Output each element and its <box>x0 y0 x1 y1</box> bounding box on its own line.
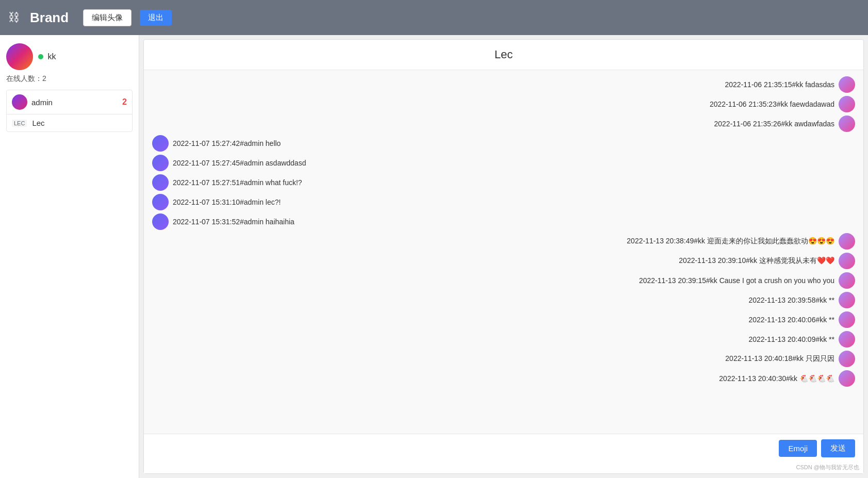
current-username: kk <box>47 52 56 61</box>
message-text: 2022-11-06 21:35:15#kk fadasdas <box>725 80 835 89</box>
message-row: 2022-11-07 15:27:42#admin hello <box>152 135 855 152</box>
message-text: 2022-11-13 20:40:09#kk ** <box>748 335 834 343</box>
message-text: 2022-11-07 15:27:45#admin asdawddasd <box>173 159 306 167</box>
user-info: kk <box>6 43 133 70</box>
message-row: 2022-11-07 15:31:10#admin lec?! <box>152 194 855 210</box>
message-avatar <box>839 272 855 289</box>
watermark: CSDN @物与我皆无尽也 <box>144 463 863 473</box>
message-text: 2022-11-13 20:39:10#kk 这种感觉我从未有❤️❤️ <box>679 256 834 266</box>
message-text: 2022-11-13 20:39:15#kk Cause I got a cru… <box>639 276 834 285</box>
room-name-admin: admin <box>31 98 118 107</box>
message-row: 2022-11-13 20:40:18#kk 只因只因 <box>152 351 855 367</box>
avatar <box>6 43 33 70</box>
message-row: 2022-11-13 20:40:30#kk 🐔🐔🐔🐔 <box>152 370 855 387</box>
room-item-admin[interactable]: admin 2 <box>7 90 132 114</box>
message-text: 2022-11-06 21:35:26#kk awdawfadas <box>714 120 834 128</box>
message-avatar <box>839 116 855 132</box>
message-row: 2022-11-07 15:27:45#admin asdawddasd <box>152 155 855 171</box>
message-text: 2022-11-13 20:40:06#kk ** <box>748 316 834 324</box>
message-text: 2022-11-07 15:31:10#admin lec?! <box>173 198 281 206</box>
app-header: ⛓ Brand 编辑头像 退出 <box>0 0 868 35</box>
message-avatar <box>152 174 169 191</box>
message-avatar <box>152 135 169 152</box>
message-row: 2022-11-06 21:35:15#kk fadasdas <box>152 76 855 93</box>
message-avatar <box>152 213 169 230</box>
lec-room-name: Lec <box>32 119 44 127</box>
message-avatar <box>839 311 855 328</box>
message-row: 2022-11-13 20:39:10#kk 这种感觉我从未有❤️❤️ <box>152 253 855 269</box>
brand-name: Brand <box>30 10 69 26</box>
exit-button[interactable]: 退出 <box>140 10 172 26</box>
chat-room-title: Lec <box>144 40 863 70</box>
room-badge-admin: 2 <box>122 97 127 107</box>
emoji-button[interactable]: Emoji <box>779 440 817 457</box>
message-avatar <box>839 233 855 250</box>
brand-icon: ⛓ <box>8 11 20 24</box>
send-button[interactable]: 发送 <box>821 439 855 457</box>
online-dot <box>38 54 43 59</box>
sidebar: kk 在线人数：2 admin 2 LEC Lec <box>0 35 139 478</box>
message-text: 2022-11-06 21:35:23#kk faewdadawad <box>710 100 834 108</box>
room-avatar-admin <box>12 94 27 110</box>
lec-tag: LEC <box>12 120 27 127</box>
message-row: 2022-11-13 20:40:06#kk ** <box>152 311 855 328</box>
message-avatar <box>839 351 855 367</box>
message-row: 2022-11-07 15:27:51#admin what fuck!? <box>152 174 855 191</box>
message-text: 2022-11-07 15:27:51#admin what fuck!? <box>173 178 302 187</box>
online-count: 在线人数：2 <box>6 74 133 84</box>
message-avatar <box>152 155 169 171</box>
message-row: 2022-11-13 20:39:58#kk ** <box>152 292 855 308</box>
online-indicator: kk <box>38 52 56 61</box>
message-text: 2022-11-13 20:40:18#kk 只因只因 <box>725 354 834 364</box>
message-text: 2022-11-13 20:38:49#kk 迎面走来的你让我如此蠢蠢欲动😍😍😍 <box>627 237 834 246</box>
message-row: 2022-11-06 21:35:23#kk faewdadawad <box>152 96 855 112</box>
message-row: 2022-11-13 20:40:09#kk ** <box>152 331 855 348</box>
message-avatar <box>839 76 855 93</box>
message-text: 2022-11-13 20:39:58#kk ** <box>748 296 834 304</box>
message-avatar <box>839 96 855 112</box>
main-layout: kk 在线人数：2 admin 2 LEC Lec Lec 2022-11-06… <box>0 35 868 478</box>
message-row: 2022-11-06 21:35:26#kk awdawfadas <box>152 116 855 132</box>
message-row: 2022-11-13 20:39:15#kk Cause I got a cru… <box>152 272 855 289</box>
room-list: admin 2 LEC Lec <box>6 90 133 132</box>
message-row: 2022-11-13 20:38:49#kk 迎面走来的你让我如此蠢蠢欲动😍😍😍 <box>152 233 855 250</box>
message-row: 2022-11-07 15:31:52#admin haihaihia <box>152 213 855 230</box>
message-text: 2022-11-07 15:31:52#admin haihaihia <box>173 218 294 226</box>
chat-messages[interactable]: 2022-11-06 21:35:15#kk fadasdas2022-11-0… <box>144 70 863 434</box>
message-avatar <box>152 194 169 210</box>
message-text: 2022-11-07 15:27:42#admin hello <box>173 139 281 147</box>
message-avatar <box>839 292 855 308</box>
edit-avatar-button[interactable]: 编辑头像 <box>83 9 132 26</box>
message-text: 2022-11-13 20:40:30#kk 🐔🐔🐔🐔 <box>719 374 834 383</box>
message-avatar <box>839 331 855 348</box>
chat-area: Lec 2022-11-06 21:35:15#kk fadasdas2022-… <box>143 39 864 474</box>
message-avatar <box>839 370 855 387</box>
chat-footer: Emoji 发送 <box>144 434 863 463</box>
room-item-lec[interactable]: LEC Lec <box>7 114 132 131</box>
message-avatar <box>839 253 855 269</box>
